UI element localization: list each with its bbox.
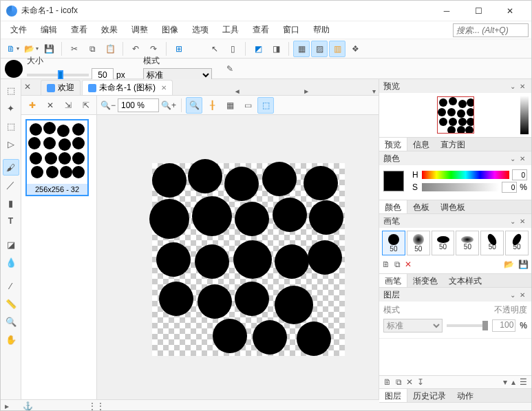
new-layer-icon[interactable]: 🗎 — [383, 377, 392, 387]
status-expand-icon[interactable]: ▸ — [5, 401, 9, 411]
tab-prev-icon[interactable]: ◄ — [231, 87, 244, 95]
tab-close-icon[interactable]: ✕ — [161, 84, 167, 92]
rect-tool[interactable]: ▮ — [3, 195, 19, 211]
tab-gradient[interactable]: 渐变色 — [407, 274, 443, 287]
tab-history[interactable]: 历史记录 — [407, 389, 451, 402]
save-button[interactable]: 💾 — [41, 41, 57, 57]
brush-preset[interactable]: 50 — [432, 231, 455, 255]
tab-preview[interactable]: 预览 — [379, 138, 407, 151]
marquee-tool[interactable]: ⬚ — [3, 82, 19, 98]
brush-settings-icon[interactable]: ✎ — [222, 61, 238, 77]
redo-button[interactable]: ↷ — [145, 41, 162, 57]
import-thumb-icon[interactable]: ⇱ — [78, 97, 94, 114]
close-all-icon[interactable]: ✕ — [24, 82, 31, 92]
nav-zoom-icon[interactable]: 🔍 — [186, 97, 202, 114]
collapse-icon[interactable]: ⌄ — [508, 155, 518, 162]
brush-preset[interactable]: 50 — [505, 231, 529, 255]
tab-info[interactable]: 信息 — [407, 138, 435, 151]
copy-button[interactable]: ⧉ — [84, 41, 100, 57]
tab-brush[interactable]: 画笔 — [379, 274, 407, 287]
menu-view2[interactable]: 查看 — [246, 21, 276, 39]
menu-window[interactable]: 窗口 — [276, 21, 306, 39]
zoom-select[interactable] — [118, 98, 159, 112]
collapse-icon[interactable]: ⌄ — [508, 291, 518, 299]
menu-image[interactable]: 图像 — [155, 21, 185, 39]
brush-preset[interactable]: 50 — [382, 231, 405, 255]
paste-button[interactable]: 📋 — [102, 41, 118, 57]
new-brush-icon[interactable]: 🗎 — [382, 260, 390, 269]
size-slider[interactable] — [27, 74, 89, 76]
menu-file[interactable]: 文件 — [3, 21, 34, 39]
close-panel-icon[interactable]: ✕ — [518, 291, 527, 299]
del-thumb-icon[interactable]: ✕ — [42, 97, 58, 114]
zoom-tool[interactable]: 🔍 — [3, 313, 19, 330]
opacity-value[interactable]: 100 — [492, 319, 515, 332]
hue-slider[interactable] — [422, 171, 509, 179]
layers-icon[interactable]: ❖ — [347, 41, 363, 57]
tab-welcome[interactable]: 欢迎 — [41, 80, 81, 95]
menu-adjust[interactable]: 调整 — [125, 21, 155, 39]
windows-icon[interactable]: ⊞ — [171, 41, 187, 57]
collapse-icon[interactable]: ⌄ — [508, 83, 518, 90]
hand-tool[interactable]: ✋ — [3, 331, 19, 348]
thumbnail-item[interactable]: 256x256 - 32 — [25, 119, 89, 196]
tab-next-icon[interactable]: ► — [300, 87, 312, 95]
eyedropper-tool[interactable]: ⁄ — [3, 277, 19, 294]
menu-edit[interactable]: 编辑 — [34, 21, 64, 39]
del-layer-icon[interactable]: ✕ — [406, 377, 413, 387]
crop-tool[interactable]: ⬚ — [3, 118, 19, 134]
tab-document[interactable]: 未命名-1 (图标) ✕ — [82, 80, 173, 95]
tab-mixer[interactable]: 调色板 — [435, 200, 471, 213]
tab-colors[interactable]: 颜色 — [379, 200, 407, 213]
blur-tool[interactable]: 💧 — [3, 254, 19, 271]
brush-preset[interactable]: 50 — [407, 231, 430, 255]
close-button[interactable]: ✕ — [494, 1, 526, 21]
menu-options[interactable]: 选项 — [185, 21, 215, 39]
text-tool[interactable]: T — [3, 213, 19, 229]
color-swatch[interactable] — [383, 171, 404, 191]
merge-down-icon[interactable]: ↧ — [417, 377, 424, 387]
undo-button[interactable]: ↶ — [127, 41, 144, 57]
cursor-icon[interactable]: ↖ — [206, 41, 223, 57]
opacity-slider[interactable] — [447, 324, 488, 327]
ruler-icon[interactable]: ╂ — [204, 97, 220, 114]
tab-menu-icon[interactable]: ▾ — [370, 87, 379, 95]
s-input[interactable] — [502, 182, 517, 193]
grid1-button[interactable]: ▦ — [293, 41, 310, 57]
grid3-button[interactable]: ▥ — [329, 41, 345, 57]
menu-view[interactable]: 查看 — [64, 21, 94, 39]
canvas[interactable] — [97, 115, 379, 399]
new-button[interactable]: 🗎 — [5, 41, 21, 57]
collapse-icon[interactable]: ⌄ — [508, 218, 518, 225]
h-input[interactable] — [512, 169, 527, 180]
brush-tool[interactable]: 🖌 — [3, 159, 19, 176]
maximize-button[interactable]: ☐ — [462, 1, 494, 21]
layer-menu-icon[interactable]: ☰ — [520, 377, 527, 387]
measure-tool[interactable]: 📏 — [3, 295, 19, 312]
move-up-icon[interactable]: ▴ — [511, 377, 515, 387]
layer-list[interactable] — [379, 338, 531, 375]
zoom-out-icon[interactable]: 🔍− — [100, 97, 116, 114]
brush-preset[interactable]: 50 — [456, 231, 479, 255]
line-tool[interactable]: ／ — [3, 177, 19, 193]
tab-palette[interactable]: 色板 — [407, 200, 435, 213]
grid2-button[interactable]: ▨ — [311, 41, 328, 57]
menu-effect[interactable]: 效果 — [94, 21, 125, 39]
search-input[interactable] — [453, 23, 529, 37]
menu-help[interactable]: 帮助 — [306, 21, 337, 39]
minimize-button[interactable]: ─ — [431, 1, 462, 21]
open-button[interactable]: 📂 — [23, 41, 39, 57]
eraser-tool[interactable]: ◪ — [3, 236, 19, 253]
brush-preset[interactable]: 50 — [480, 231, 504, 255]
tab-histogram[interactable]: 直方图 — [435, 138, 471, 151]
save-brush-icon[interactable]: 💾 — [518, 260, 529, 269]
del-brush-icon[interactable]: ✕ — [405, 260, 412, 269]
close-panel-icon[interactable]: ✕ — [518, 218, 527, 225]
snap-icon[interactable]: ⬚ — [257, 97, 274, 114]
tab-layer[interactable]: 图层 — [379, 389, 407, 402]
grid-icon[interactable]: ▦ — [222, 97, 238, 114]
move-down-icon[interactable]: ▾ — [503, 377, 507, 387]
dup-brush-icon[interactable]: ⧉ — [394, 260, 401, 269]
blend-mode-select[interactable]: 标准 — [383, 319, 443, 333]
add-thumb-icon[interactable]: ✚ — [24, 97, 41, 114]
